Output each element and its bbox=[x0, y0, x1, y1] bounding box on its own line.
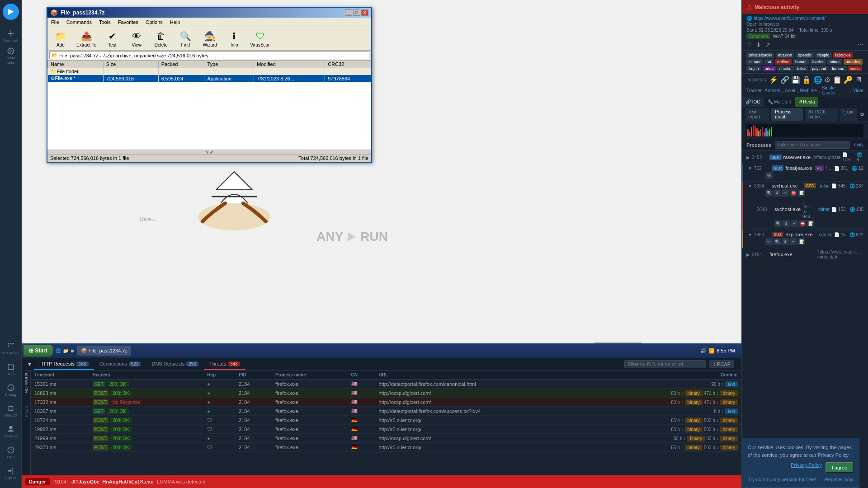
taskbar-show-desktop[interactable] bbox=[737, 345, 740, 356]
subtab-text-report[interactable]: Text report bbox=[745, 108, 769, 121]
proc-icon-btn[interactable]: ⬇ bbox=[783, 220, 790, 227]
tab-malconf[interactable]: 🔧 MalConf bbox=[764, 97, 795, 107]
tag: risepio bbox=[815, 52, 832, 58]
process-row[interactable]: ▶ 2184 firefox.exe 'https://www.evarlic.… bbox=[746, 249, 863, 259]
tab-threats[interactable]: Threats 348 bbox=[204, 358, 245, 370]
process-row[interactable]: ▶ 3452 SER raserver.exe /offerraupdate 📄… bbox=[746, 152, 863, 162]
menu-file[interactable]: File bbox=[47, 19, 63, 26]
settings-icon[interactable]: ⚙ bbox=[859, 108, 865, 121]
tab-connections[interactable]: Connections 523 bbox=[94, 358, 146, 370]
proc-icon-btn[interactable]: 🔍 bbox=[774, 238, 781, 245]
toolbar-add[interactable]: 📁 Add bbox=[49, 29, 72, 48]
table-row[interactable]: 17332 ms POST No Response ● 2184 firefox… bbox=[31, 398, 741, 407]
network-filter[interactable] bbox=[624, 360, 706, 368]
table-row[interactable]: 📁File folder bbox=[48, 68, 371, 75]
menu-tools[interactable]: Tools bbox=[95, 19, 114, 26]
tracker-redline[interactable]: RedLine bbox=[800, 88, 817, 93]
proc-icon-btn[interactable]: ⛔ bbox=[799, 220, 806, 227]
only-filter[interactable]: Only bbox=[854, 142, 863, 147]
menu-help[interactable]: Help bbox=[166, 19, 184, 26]
proc-icon-btn[interactable]: ⛔ bbox=[790, 189, 797, 197]
quick-launch-icon[interactable]: 🌐 bbox=[56, 348, 61, 353]
malicious-url[interactable]: https://www.evarlic.com/wp-content/ bbox=[754, 16, 826, 21]
toolbar-test[interactable]: ✔ Test bbox=[101, 29, 123, 48]
faq-nav[interactable]: ? FAQ bbox=[2, 444, 20, 462]
toolbar-info[interactable]: ℹ Info bbox=[223, 29, 245, 48]
tab-ioc[interactable]: 🔗 IOC bbox=[742, 97, 764, 107]
tab-dns-requests[interactable]: DNS Requests 253 bbox=[146, 358, 203, 370]
privacy-policy-link[interactable]: Privacy Policy bbox=[791, 462, 821, 473]
proc-icon-btn[interactable]: ✂ bbox=[790, 238, 797, 245]
proc-icon-btn[interactable]: 🔍 bbox=[774, 220, 782, 227]
community-link[interactable]: Try community version for free! bbox=[748, 477, 816, 482]
table-row[interactable]: 15361 ms GET 200: OK ● 2184 firefox.exe … bbox=[31, 380, 741, 389]
process-row[interactable]: ▼ 752 SER fdsatjea.exe PE /d°C:\Users\ad… bbox=[748, 165, 863, 171]
subtab-attck[interactable]: ATT&CK matrix bbox=[805, 108, 838, 121]
minimize-button[interactable]: _ bbox=[345, 9, 352, 16]
network-nav[interactable]: NETWORK bbox=[2, 340, 20, 358]
table-row[interactable]: 16893 ms POST 200: OK ● 2184 firefox.exe… bbox=[31, 389, 741, 398]
register-link[interactable]: Register now bbox=[825, 477, 854, 482]
menu-favorites[interactable]: Favorites bbox=[114, 19, 142, 26]
public-tasks-button[interactable]: Public tasks bbox=[2, 47, 20, 65]
taskbar-item[interactable]: 📦 File_pass1234.7z bbox=[77, 346, 131, 356]
close-button[interactable]: ✕ bbox=[361, 9, 368, 16]
export-pcap[interactable]: ↑ PCAP bbox=[709, 360, 734, 368]
menu-options[interactable]: Options bbox=[142, 19, 166, 26]
alert-filename: JlTJayuQbe_HnAugHaUkEy1K.exe bbox=[71, 479, 154, 484]
subtab-export[interactable]: Expo bbox=[840, 108, 857, 121]
start-button[interactable]: ⊞ Start bbox=[24, 345, 53, 357]
proc-icon-btn[interactable]: 📝 bbox=[807, 220, 814, 227]
debug-nav[interactable]: DEBUG bbox=[2, 402, 20, 420]
share-icon[interactable]: ↗ bbox=[765, 41, 770, 48]
table-row[interactable]: 18724 ms POST 200: OK 🛡 2184 firefox.exe… bbox=[31, 416, 741, 425]
proc-icon-btn[interactable]: ✂ bbox=[782, 189, 789, 197]
tracker-vidar[interactable]: Vidar bbox=[853, 88, 863, 93]
processes-filter-input[interactable] bbox=[775, 141, 850, 149]
proc-icon-btn[interactable]: 🔍 bbox=[765, 189, 773, 197]
table-row[interactable]: 18367 ms GET 200: OK ● 2184 firefox.exe … bbox=[31, 407, 741, 416]
quick-launch-icon2[interactable]: 📁 bbox=[63, 348, 68, 353]
more-icon[interactable]: ⋯ bbox=[857, 41, 863, 48]
tracker-arkei[interactable]: Arkei bbox=[785, 88, 795, 93]
panel-collapse[interactable]: ▼ bbox=[25, 361, 34, 368]
toolbar-extract[interactable]: 📤 Extract To bbox=[74, 29, 99, 48]
signin-nav[interactable]: Sign In bbox=[2, 465, 20, 483]
table-row[interactable]: 21999 ms POST 200: OK ● 2184 firefox.exe… bbox=[31, 434, 741, 443]
files-nav[interactable]: FILES bbox=[2, 361, 20, 379]
toolbar-find[interactable]: 🔍 Find bbox=[174, 29, 197, 48]
app-logo[interactable] bbox=[3, 4, 19, 20]
contacts-nav[interactable]: Contacts bbox=[2, 423, 20, 441]
maximize-button[interactable]: □ bbox=[353, 9, 360, 16]
new-task-button[interactable]: New task bbox=[2, 27, 20, 45]
process-row[interactable]: ▼ 1880 SUS explorer.exe smoke 📄 1k 🌐 922 bbox=[748, 232, 863, 237]
toolbar-wizard[interactable]: 🧙 Wizard bbox=[198, 29, 221, 48]
proc-icon-btn[interactable]: ⬇ bbox=[774, 189, 781, 197]
menu-commands[interactable]: Commands bbox=[63, 19, 95, 26]
favorite-icon[interactable]: ♡ bbox=[746, 41, 752, 48]
proc-icon-btn[interactable]: % bbox=[765, 172, 773, 179]
subtab-process-graph[interactable]: Process graph bbox=[771, 108, 803, 121]
table-row[interactable]: 29370 ms POST 200: OK 🛡 2184 firefox.exe… bbox=[31, 443, 741, 452]
quick-launch-icon3[interactable]: ⏺ bbox=[70, 348, 75, 353]
toolbar-view[interactable]: 👁 View bbox=[125, 29, 148, 48]
tracker-smokeloader[interactable]: Smoke Loader bbox=[822, 85, 848, 95]
tab-http-requests[interactable]: HTTP Requests 163 bbox=[34, 358, 94, 370]
table-row[interactable]: ⚙File.exe * 724,566,016 6,595,024 Applic… bbox=[48, 75, 371, 82]
proc-icon-btn[interactable]: ✏ bbox=[765, 238, 773, 245]
toolbar-delete[interactable]: 🗑 Delete bbox=[150, 29, 172, 48]
proc-icon-btn[interactable]: 📝 bbox=[798, 238, 805, 245]
table-row[interactable]: 19982 ms POST 200: OK 🛡 2184 firefox.exe… bbox=[31, 425, 741, 434]
tab-resta[interactable]: ↺ Resta bbox=[795, 97, 819, 107]
proc-icon-btn[interactable]: ✂ bbox=[791, 220, 798, 227]
pricing-nav[interactable]: $ Pricing bbox=[2, 381, 20, 399]
toolbar-virusscan[interactable]: 🛡 VirusScan bbox=[247, 29, 273, 48]
proc-icon-btn[interactable]: 📝 bbox=[798, 189, 805, 197]
tracker-amadei[interactable]: Amadei bbox=[764, 88, 780, 93]
process-row[interactable]: 3648 svchost.exe -fastpool.xyz:10060 -u … bbox=[757, 199, 863, 219]
agree-button[interactable]: I agree bbox=[826, 462, 854, 473]
process-row[interactable]: ▼ 3924 svchost.exe CFG tofse 📄 345 🌐 237 bbox=[748, 183, 863, 188]
proc-icons: % bbox=[748, 171, 863, 180]
download-icon[interactable]: ⬇ bbox=[756, 41, 761, 48]
proc-icon-btn[interactable]: ⬇ bbox=[782, 238, 789, 245]
